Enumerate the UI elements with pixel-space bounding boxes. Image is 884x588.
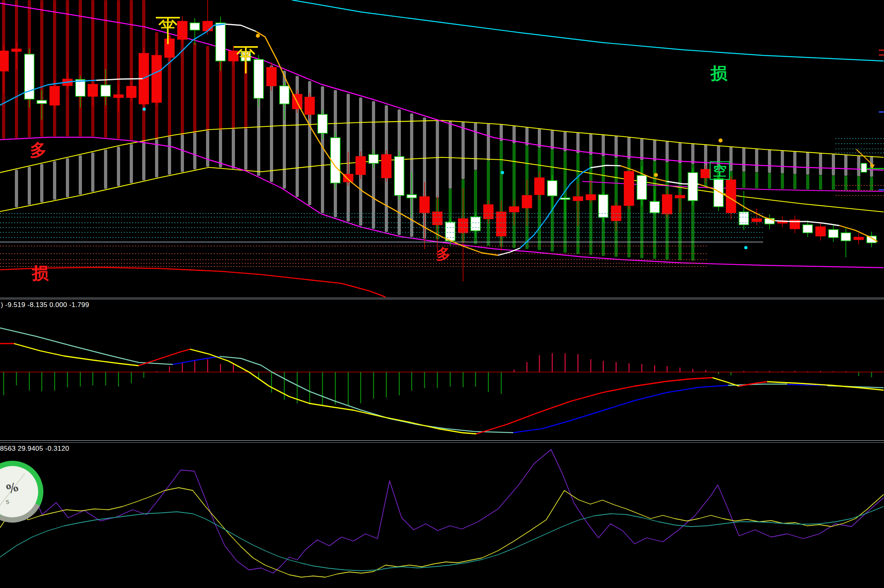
cyan-dot: [744, 246, 747, 249]
ribbon-bar: [104, 149, 107, 189]
ribbon-bar: [206, 130, 209, 167]
panel-separator[interactable]: [0, 298, 884, 298]
green-entry-box: [861, 163, 867, 172]
ribbon-bar: [449, 121, 452, 189]
ribbon-bar: [678, 142, 682, 163]
candle-body: [803, 225, 813, 233]
gold-dot: [256, 34, 260, 38]
signal-line-segment: [220, 356, 513, 433]
candle-body: [254, 59, 263, 98]
ribbon-bar: [91, 0, 94, 136]
candle-body: [280, 86, 289, 104]
stoploss-marker: 损: [710, 65, 727, 82]
candle-body: [675, 195, 685, 198]
ribbon-bar: [844, 155, 847, 176]
candle-body: [12, 49, 21, 51]
candle-body: [650, 201, 659, 213]
candle-body: [547, 181, 557, 196]
candle-body: [114, 95, 123, 98]
chart-canvas[interactable]: [0, 0, 884, 588]
candle-body: [216, 23, 225, 61]
ribbon-bar: [870, 177, 873, 191]
ribbon-bar: [691, 144, 694, 164]
macd-values-label: ) -9.519 -8.135 0.000 -1.799: [1, 301, 89, 309]
ribbon-bar: [627, 137, 631, 159]
candle-body: [688, 173, 698, 201]
ribbon-bar: [66, 0, 69, 136]
ribbon-bar: [793, 151, 796, 174]
ribbon-bar: [53, 0, 56, 136]
ribbon-bar: [219, 130, 222, 167]
signal-line-segment: [173, 356, 220, 364]
fast-ma-segment: [225, 24, 256, 31]
candle-body: [841, 233, 851, 241]
ribbon-bar: [193, 132, 196, 169]
candle-body: [152, 55, 161, 102]
candle-body: [50, 86, 59, 105]
candle-body: [624, 171, 634, 205]
candle-body: [229, 51, 238, 61]
candle-body: [369, 155, 378, 163]
candle-body: [101, 85, 110, 96]
ribbon-bar: [79, 0, 82, 136]
ribbon-bar: [487, 124, 490, 161]
panel-separator[interactable]: [0, 440, 884, 441]
ribbon-bar: [436, 120, 439, 198]
ribbon-bar: [589, 155, 592, 255]
ribbon-bar: [130, 144, 133, 183]
candle-body: [0, 51, 8, 71]
oscillator-line-purple: [0, 450, 884, 573]
candle-body: [356, 157, 365, 175]
ribbon-bar: [742, 148, 745, 172]
ribbon-bar: [806, 152, 809, 175]
panel-separator: [0, 442, 884, 443]
candle-body: [560, 198, 570, 199]
oscillator-values-label: 8563 29.9405 -0.3120: [0, 445, 69, 453]
candle-body: [445, 222, 455, 241]
candle-body: [127, 86, 136, 98]
short-marker: 空: [713, 164, 727, 177]
candle-body: [394, 157, 404, 195]
candle-body: [88, 84, 98, 96]
ribbon-bar: [142, 142, 145, 181]
ribbon-bar: [40, 164, 43, 202]
candle-body: [203, 21, 212, 31]
signal-line-segment: [513, 385, 728, 433]
candle-body: [484, 205, 493, 219]
ribbon-bar: [602, 135, 605, 157]
ribbon-bar: [742, 172, 745, 188]
ribbon-bar: [91, 153, 94, 192]
candle-body: [331, 138, 340, 183]
candle-body: [598, 195, 608, 218]
gold-dot: [719, 138, 723, 142]
red-stop-line: [0, 267, 386, 297]
ribbon-bar: [781, 151, 784, 173]
candle-body: [854, 237, 864, 240]
candle-body: [267, 67, 276, 86]
ribbon-bar: [576, 132, 580, 153]
ribbon-bar: [232, 129, 235, 169]
candle-body: [637, 175, 647, 199]
ribbon-bar: [819, 175, 822, 190]
ribbon-bar: [857, 156, 860, 177]
candle-body: [382, 155, 391, 178]
long-marker: 多: [436, 247, 451, 261]
candle-body: [471, 217, 480, 231]
candle-body: [37, 100, 47, 104]
ribbon-bar: [729, 147, 733, 171]
cyan-dot: [501, 171, 504, 174]
ribbon-bar: [793, 174, 796, 189]
oscillator-line-teal: [0, 507, 884, 571]
cyan-stop-line: [292, 0, 884, 61]
candle-body: [662, 195, 672, 214]
ribbon-bar: [168, 137, 171, 175]
candle-body: [752, 219, 762, 222]
candle-body: [190, 23, 200, 30]
ribbon-bar: [117, 146, 120, 186]
ribbon-bar: [640, 138, 643, 160]
candle-body: [178, 21, 187, 39]
ribbon-bar: [768, 150, 771, 173]
ribbon-bar: [589, 134, 592, 155]
stoploss-marker: 损: [32, 265, 49, 282]
ribbon-bar: [768, 173, 771, 189]
